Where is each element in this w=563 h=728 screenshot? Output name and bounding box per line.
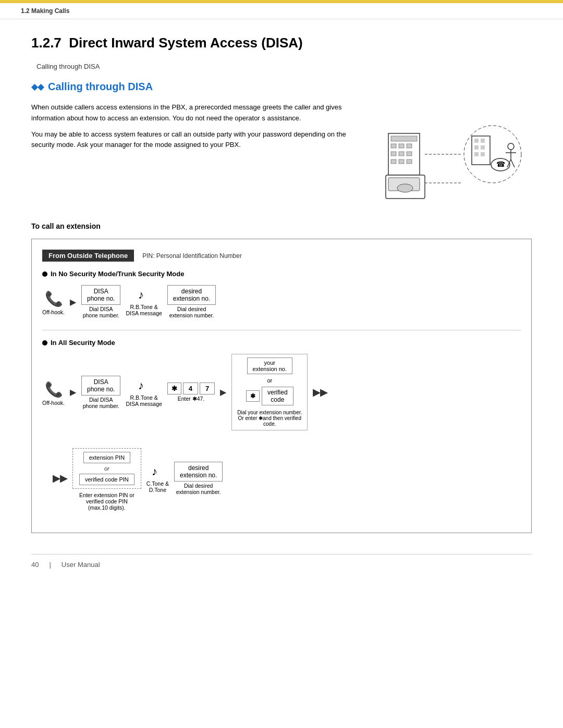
desired-ext-box: desired extension no. — [167, 285, 216, 305]
phone-offhook-icon: 📞 — [44, 288, 64, 308]
desired-ext2-col: desired extension no. Dial desiredextens… — [174, 462, 223, 495]
bottom-footer: 40 | User Manual — [31, 554, 532, 569]
section-divider — [42, 330, 521, 330]
from-outside-label: From Outside Telephone — [42, 250, 134, 262]
star47-label: Enter ✱47. — [178, 396, 205, 402]
section-heading: Calling through DISA — [48, 81, 153, 93]
verified-box: verifiedcode — [262, 387, 293, 405]
svg-rect-2 — [391, 144, 396, 148]
bullet2 — [42, 340, 47, 346]
chapter-heading: Direct Inward System Access (DISA) — [69, 35, 302, 51]
desired-line2: extension no. — [173, 295, 210, 302]
mode2-flow-row1: 📞 Off-hook. ▶ DISA phone no. Dial DISAph… — [42, 354, 521, 430]
verified-code-pin-box: verified code PIN — [79, 474, 134, 485]
pbx-illustration: ☎ — [383, 102, 524, 206]
svg-rect-1 — [391, 136, 417, 141]
mode1-section: In No Security Mode/Trunk Security Mode … — [42, 270, 521, 318]
tone3-label: C.Tone &D.Tone — [146, 480, 169, 493]
arrow1: ▶ — [70, 297, 76, 307]
svg-rect-10 — [407, 159, 412, 164]
footer-separator: | — [49, 561, 51, 569]
svg-rect-19 — [481, 139, 485, 143]
desired2-label: Dial desiredextension number. — [176, 483, 221, 495]
desired2-line1: desired — [180, 464, 217, 472]
diagram-box: From Outside Telephone PIN: Personal Ide… — [31, 239, 532, 533]
desired-ext2-box: desired extension no. — [174, 462, 223, 482]
key4: 4 — [183, 382, 198, 394]
arrow3: ▶ — [220, 387, 226, 397]
chapter-title: 1.2.7 Direct Inward System Access (DISA) — [31, 35, 532, 54]
pin-options-col: extension PIN or verified code PIN Enter… — [72, 446, 141, 511]
tone2-icon: ♪ — [137, 378, 151, 393]
your-ext-col: yourextension no. or ✱ verifiedcode Dial… — [231, 354, 308, 430]
svg-text:📞: 📞 — [45, 290, 63, 307]
arrow2: ▶ — [70, 387, 76, 397]
your-ext-label: Dial your extension number.Or enter ✱and… — [237, 410, 302, 427]
your-ext-box: yourextension no. — [247, 357, 292, 374]
page-content: 1.2.7 Direct Inward System Access (DISA)… — [0, 19, 563, 589]
mode1-text: In No Security Mode/Trunk Security Mode — [51, 270, 184, 278]
mode2-section: In All Security Mode 📞 Off-hook. ▶ DISA … — [42, 339, 521, 511]
svg-line-30 — [511, 159, 515, 167]
phone-offhook2-icon: 📞 — [44, 379, 64, 399]
svg-text:📞: 📞 — [45, 381, 63, 398]
offhook2-col: 📞 Off-hook. — [42, 379, 65, 406]
body-para2: You may be able to access system feature… — [31, 129, 360, 151]
svg-point-26 — [508, 143, 514, 150]
or-divider: or — [104, 465, 109, 472]
mode1-flow: 📞 Off-hook. ▶ DISA phone no. Dial DISAph… — [42, 285, 521, 318]
disa-line1: DISA — [87, 288, 115, 295]
subsection-title: To call an extension — [31, 222, 532, 230]
svg-text:♪: ♪ — [138, 379, 144, 392]
offhook-col: 📞 Off-hook. — [42, 288, 65, 315]
body-para1: When outside callers access extensions i… — [31, 102, 360, 124]
offhook2-label: Off-hook. — [42, 400, 65, 406]
tone3-col: ♪ C.Tone &D.Tone — [146, 464, 169, 493]
or-label: or — [267, 377, 272, 384]
tone1-label: R.B.Tone &DISA message — [126, 304, 162, 316]
diamond-icon: ◆◆ — [31, 82, 44, 92]
svg-text:♪: ♪ — [152, 465, 157, 478]
disa-line2: phone no. — [87, 295, 115, 302]
svg-rect-7 — [407, 152, 412, 156]
svg-rect-8 — [391, 159, 396, 164]
bullet1 — [42, 272, 47, 277]
tone2-label: R.B.Tone &DISA message — [126, 394, 162, 407]
desired-label: Dial desiredextension number. — [169, 306, 214, 318]
desired-line1: desired — [173, 288, 210, 295]
disa2-label: Dial DISAphone number. — [83, 397, 119, 409]
mode2-label: In All Security Mode — [42, 339, 521, 347]
svg-rect-22 — [474, 152, 479, 156]
breadcrumb-bar: 1.2 Making Calls — [0, 3, 563, 19]
disa2-line1: DISA — [87, 378, 115, 386]
content-area: When outside callers access extensions i… — [31, 102, 532, 206]
desired2-line2: extension no. — [180, 472, 217, 479]
tone-icon: ♪ — [137, 287, 151, 303]
svg-text:☎: ☎ — [496, 160, 505, 168]
footer-document: User Manual — [62, 561, 100, 569]
svg-rect-9 — [399, 159, 404, 164]
pin-note: PIN: Personal Identification Number — [142, 252, 242, 260]
pin-flow: extension PIN or verified code PIN — [72, 448, 141, 489]
breadcrumb-text: 1.2 Making Calls — [21, 7, 69, 15]
disa2-col: DISA phone no. Dial DISAphone number. — [81, 376, 120, 409]
breadcrumb-sub: Calling through DISA — [31, 63, 532, 70]
extension-pin-box: extension PIN — [83, 452, 130, 463]
svg-rect-23 — [481, 152, 485, 156]
svg-rect-6 — [399, 152, 404, 156]
disa-label: Dial DISAphone number. — [83, 306, 119, 318]
double-arrow: ▶▶ — [313, 387, 327, 398]
double-arrow2: ▶▶ — [53, 473, 67, 484]
disa2-box: DISA phone no. — [81, 376, 120, 396]
star-verified-row: ✱ verifiedcode — [246, 387, 293, 405]
offhook-label: Off-hook. — [42, 309, 65, 315]
key7: 7 — [200, 382, 215, 394]
tone2-col: ♪ R.B.Tone &DISA message — [126, 378, 162, 407]
star-key: ✱ — [167, 382, 181, 394]
illustration-block: ☎ — [375, 102, 532, 206]
svg-rect-18 — [474, 139, 479, 143]
svg-rect-3 — [399, 144, 404, 148]
star47-col: ✱ 4 7 Enter ✱47. — [167, 382, 215, 402]
svg-rect-4 — [407, 144, 412, 148]
pin-options-label: Enter extension PIN orverified code PIN(… — [79, 492, 134, 511]
